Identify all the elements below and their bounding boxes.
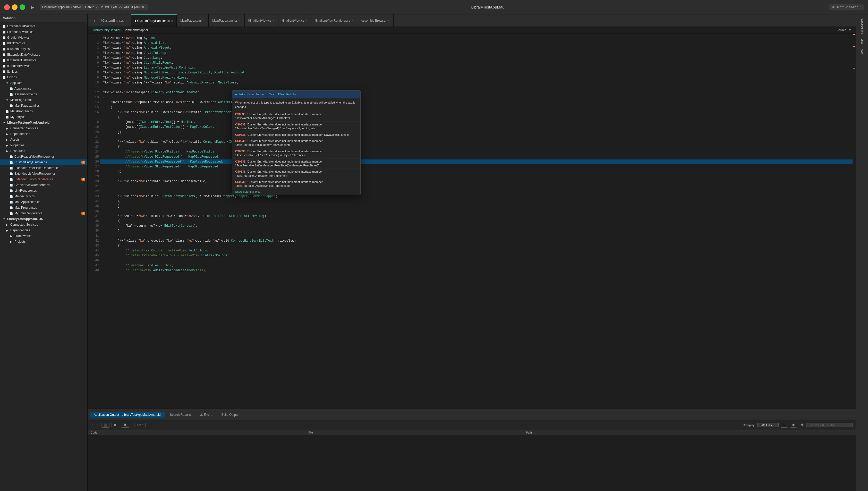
tab-close-icon[interactable]: × — [273, 19, 274, 22]
sidebar-item[interactable]: 📄ExtendedDatePickerRenderer.cs — [0, 165, 87, 171]
sidebar-item[interactable]: 📄CustomEntryHandler.cs1 — [0, 160, 87, 165]
code-line: "kw">class="kw">namespace LibraryTestApp… — [100, 90, 852, 95]
stop-button[interactable]: ⬛ — [101, 423, 110, 428]
sidebar-item[interactable]: ▶Dependencies — [0, 131, 87, 137]
tab-close-icon[interactable]: × — [239, 19, 241, 22]
sidebar-item[interactable]: ▶Frameworks — [0, 233, 87, 239]
sidebar-item[interactable]: 📄GradientView.cs — [0, 35, 87, 40]
tab-close-icon[interactable]: × — [306, 19, 307, 22]
panel-nav-prev[interactable]: ‹ — [91, 422, 94, 428]
tab-nav-next[interactable]: › — [93, 18, 96, 24]
editor-tab[interactable]: ICustomEntry.cs× — [98, 15, 131, 27]
sidebar-content[interactable]: 📄ExtendedListView.cs📄ExtendedSwitch.cs📄G… — [0, 22, 87, 491]
tab-close-icon[interactable]: × — [352, 19, 353, 22]
sidebar-item[interactable]: ▶Assets — [0, 137, 87, 142]
code-line: { — [100, 95, 852, 100]
search-icon: ⌘ — [832, 5, 835, 9]
sidebar-item[interactable]: 📄LinkRenderer.cs — [0, 188, 87, 194]
sidebar-item[interactable]: 📄MainPage.xaml.cs — [0, 103, 87, 109]
editor-tab[interactable]: MainPage.xaml.cs× — [209, 15, 244, 27]
grid-view-btn[interactable]: ⊞ — [790, 423, 797, 428]
panel-tab[interactable]: Application Output - LibraryTestAppMaui.… — [90, 412, 164, 417]
sidebar-item[interactable]: ▶Dependencies — [0, 228, 87, 233]
minimize-button[interactable] — [12, 4, 18, 10]
panel-tab[interactable]: ⚠ Errors — [196, 412, 216, 417]
sidebar-item[interactable]: ▼LibraryTestAppMaui.iOS — [0, 216, 87, 222]
file-icon: 📄 — [5, 109, 9, 113]
sidebar-item[interactable]: 📄ExtendedListViewRenderer.cs — [0, 171, 87, 176]
sidebar-item[interactable]: 📄MauiProgram.cs — [0, 205, 87, 210]
sidebar-item[interactable]: 📄IExtendedListView.cs — [0, 57, 87, 63]
editor-tab[interactable]: MainPage.xaml× — [177, 15, 209, 27]
editor-scrollbar[interactable] — [852, 34, 856, 409]
sidebar-item[interactable]: 📄ILink.cs — [0, 69, 87, 75]
source-dropdown-icon[interactable]: ▼ — [848, 28, 851, 32]
sidebar-item[interactable]: 📄App.xaml.cs — [0, 86, 87, 91]
editor-tab[interactable]: IGradientView.cs× — [245, 15, 278, 27]
search-button[interactable]: 🔍 — [121, 423, 129, 428]
sidebar-item[interactable]: 📄MauiProgram.cs — [0, 109, 87, 114]
tab-close-icon[interactable]: × — [125, 19, 127, 22]
sidebar-item[interactable]: 📄IExtendedDatePicker.cs — [0, 52, 87, 57]
sidebar-item[interactable]: 📄AssemblyInfo.cs — [0, 91, 87, 97]
search-find-input[interactable] — [806, 423, 852, 427]
tab-nav-prev[interactable]: ‹ — [89, 18, 92, 24]
line-number: 33 — [89, 194, 99, 199]
line-number: 15 — [89, 105, 99, 110]
sidebar-item-label: LibraryTestAppMaui.Android — [7, 121, 50, 124]
sidebar-item[interactable]: 📄MyEntryRenderer.cs1 — [0, 210, 87, 216]
code-line: //_defaultPlaceholderColors = nativeView… — [100, 253, 852, 258]
sidebar-item[interactable]: 📄Link.cs — [0, 75, 87, 80]
sidebar-item[interactable]: 📄MainActivity.cs — [0, 194, 87, 199]
sidebar-item[interactable]: ▶Properties — [0, 142, 87, 148]
panel-tab[interactable]: Search Results — [166, 412, 195, 417]
tab-close-icon[interactable]: × — [171, 19, 173, 22]
close-button[interactable] — [4, 4, 10, 10]
editor-tab[interactable]: GradientViewRenderer.cs× — [311, 15, 357, 27]
editor-tab[interactable]: ● CustomEntryHandler.cs× — [131, 15, 177, 27]
global-search[interactable]: ⌘ ⌘ ⌥. to search... — [829, 4, 864, 10]
list-view-btn[interactable]: ☰ — [781, 423, 788, 428]
code-line — [100, 135, 852, 140]
sidebar-item[interactable]: 📄ExtendedSwitch.cs — [0, 29, 87, 35]
editor-tab[interactable]: Assembly Browser× — [357, 15, 394, 27]
logs-button[interactable]: Logs — [859, 48, 865, 57]
line-number: 6 — [89, 61, 99, 65]
sidebar-item[interactable]: ▶Projects — [0, 239, 87, 244]
sidebar-item[interactable]: ▼LibraryTestAppMaui.Android — [0, 120, 87, 125]
sidebar-item-label: App.xaml — [10, 81, 23, 85]
file-icon: 📄 — [9, 172, 13, 176]
clear-button[interactable]: 🗑 — [112, 423, 119, 427]
panel-nav-next[interactable]: › — [96, 422, 99, 428]
line-number: 9 — [89, 76, 99, 80]
maximize-button[interactable] — [20, 4, 25, 10]
tags-button[interactable]: Tags — [859, 37, 865, 47]
line-number: 12 — [89, 90, 99, 95]
keep-button[interactable]: Keep — [134, 423, 146, 427]
sidebar-item[interactable]: ▶Resources — [0, 148, 87, 154]
sidebar-item[interactable]: 📄ICustomEntry.cs — [0, 46, 87, 52]
tab-close-icon[interactable]: × — [388, 19, 389, 22]
editor-tab[interactable]: GradientView.cs× — [278, 15, 311, 27]
get-changes-button[interactable]: Get Changes — [859, 17, 865, 36]
sidebar-item[interactable]: ▶Connected Services — [0, 222, 87, 228]
sidebar-item[interactable]: ▼MainPage.xaml — [0, 97, 87, 103]
code-editor[interactable]: "kw">class="kw">using System;"kw">class=… — [100, 34, 852, 409]
sidebar-item[interactable]: 📄ExtendedListView.cs — [0, 24, 87, 29]
show-fixes-link[interactable]: Show potential fixes — [232, 189, 360, 195]
code-line: "kw">class="kw">protected "kw">class="kw… — [100, 238, 852, 243]
sidebar-item[interactable]: 📄MauiApplication.cs — [0, 199, 87, 205]
group-by-select[interactable]: Path Only None Project — [757, 423, 779, 427]
sidebar-item[interactable]: 📄GradientViewRenderer.cs — [0, 182, 87, 188]
sidebar-item[interactable]: 📄IGradientView.cs — [0, 63, 87, 69]
sidebar-item[interactable]: ▶Connected Services — [0, 125, 87, 131]
tab-close-icon[interactable]: × — [203, 19, 205, 22]
sidebar-item[interactable]: ▼App.xaml — [0, 80, 87, 86]
play-button[interactable]: ▶ — [28, 3, 37, 11]
sidebar-item[interactable]: 📄MyEntry.cs — [0, 114, 87, 120]
sidebar-item[interactable]: 📄CardReaderViewRenderer.cs — [0, 154, 87, 160]
panel-tab[interactable]: Build Output — [217, 412, 243, 417]
sidebar-item[interactable]: 📄IBlinkCard.cs — [0, 40, 87, 46]
line-number: 17 — [89, 115, 99, 120]
sidebar-item[interactable]: 📄ExtendedSwitchRenderer.cs3 — [0, 176, 87, 182]
